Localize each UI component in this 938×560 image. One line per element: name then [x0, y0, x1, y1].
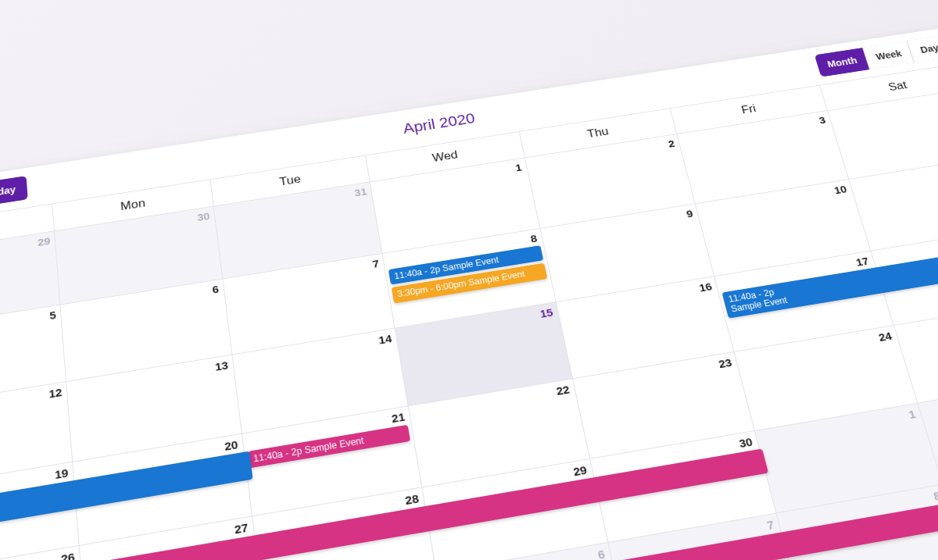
calendar-title: April 2020 [402, 110, 476, 137]
today-button[interactable]: Today [0, 176, 28, 207]
day-number: 8 [932, 489, 938, 503]
calendar-event[interactable]: 11:40a - 2p Sample Event [248, 425, 411, 469]
day-number: 21 [391, 410, 406, 425]
day-number: 7 [765, 518, 775, 533]
day-number: 17 [854, 255, 870, 268]
day-number: 10 [832, 183, 848, 196]
day-number: 15 [539, 306, 553, 320]
day-number: 2 [667, 137, 675, 149]
day-number: 3 [818, 114, 827, 126]
day-number: 13 [214, 358, 229, 373]
day-number: 5 [49, 309, 56, 322]
day-number: 30 [196, 210, 210, 223]
view-week-button[interactable]: Week [863, 41, 915, 70]
day-number: 23 [718, 356, 733, 370]
day-number: 29 [572, 463, 588, 478]
day-number: 12 [48, 386, 63, 401]
calendar-card: ‹ › Today April 2020 Month Week Day SunM… [0, 27, 938, 560]
day-number: 7 [371, 257, 380, 269]
day-number: 6 [596, 547, 606, 560]
day-number: 30 [738, 435, 754, 450]
day-number: 24 [877, 330, 893, 344]
day-number: 29 [38, 235, 51, 248]
day-number: 1 [514, 162, 523, 173]
day-number: 22 [555, 383, 571, 398]
day-number: 9 [685, 208, 694, 220]
day-events: 11:40a - 2p Sample Event [248, 425, 411, 469]
day-number: 28 [404, 491, 420, 507]
day-cell[interactable]: 1911:40a - 2pSample Event [0, 462, 80, 560]
day-number: 27 [234, 520, 249, 536]
day-number: 8 [529, 232, 538, 244]
day-number: 31 [353, 186, 367, 199]
day-number: 16 [698, 280, 714, 294]
view-month-button[interactable]: Month [814, 48, 870, 77]
day-events: 11:40a - 2p Sample Event3:30pm - 6:00pm … [388, 245, 547, 303]
day-number: 20 [224, 438, 238, 453]
day-number: 26 [60, 550, 75, 560]
day-number: 19 [54, 466, 69, 481]
day-number: 14 [378, 332, 392, 346]
day-number: 6 [212, 283, 220, 295]
day-number: 1 [907, 407, 917, 420]
